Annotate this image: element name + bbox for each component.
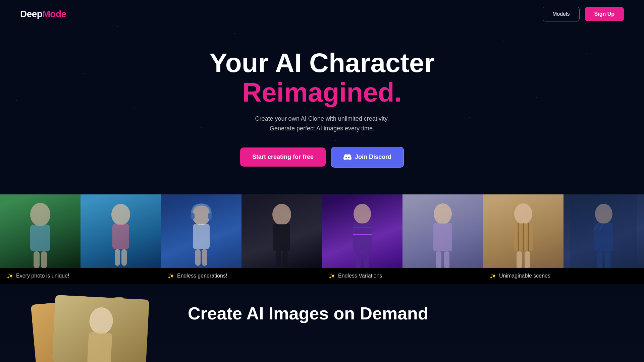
nav-right: Models Sign Up [543, 7, 624, 21]
gallery-label-text-1: Every photo is unique! [16, 273, 69, 279]
svg-rect-17 [282, 251, 288, 267]
svg-rect-41 [605, 251, 610, 268]
gallery-images-1 [0, 194, 161, 268]
gallery-image-headphones-girl [161, 194, 241, 268]
bottom-card-2-svg [52, 295, 149, 362]
svg-rect-25 [433, 223, 452, 251]
gallery-images-4 [483, 194, 644, 268]
svg-rect-40 [597, 251, 602, 268]
gallery-label-4: ✨ Unimaginable scenes [483, 268, 644, 284]
gallery-image-blue-suit [564, 194, 644, 268]
hero-cta-group: Start creating for free Join Discord [7, 147, 637, 168]
black-suit-girl-svg [241, 194, 322, 268]
svg-rect-9 [191, 213, 195, 220]
svg-rect-5 [112, 224, 129, 249]
discord-label: Join Discord [355, 154, 391, 161]
discord-icon [343, 153, 352, 161]
bottom-section: Create AI Images on Demand [0, 284, 644, 362]
bottom-image-cards [27, 297, 161, 362]
svg-rect-16 [276, 251, 281, 267]
logo-mode: Mode [42, 9, 66, 19]
sparkle-icon-4: ✨ [490, 273, 496, 279]
logo-deep: Deep [20, 9, 42, 19]
hero-section: Your AI Character Reimagined. Create you… [0, 28, 644, 194]
sparkle-icon-2: ✨ [168, 273, 174, 279]
bottom-card-2 [52, 295, 149, 362]
svg-rect-23 [364, 251, 369, 268]
bottom-title: Create AI Images on Demand [188, 304, 617, 323]
pool-girl-svg [0, 194, 80, 268]
svg-rect-2 [34, 251, 40, 268]
striped-jacket-svg [483, 194, 564, 268]
svg-rect-37 [594, 223, 613, 251]
bottom-text-block: Create AI Images on Demand [188, 297, 617, 323]
svg-rect-3 [41, 251, 47, 268]
sparkle-icon-1: ✨ [7, 273, 13, 279]
svg-rect-22 [356, 251, 361, 268]
hero-title-line2: Reimagined. [7, 78, 637, 107]
svg-rect-10 [208, 213, 212, 220]
headphones-girl-svg [161, 194, 241, 268]
svg-point-0 [30, 203, 50, 226]
svg-rect-11 [193, 224, 210, 249]
navbar: DeepMode Models Sign Up [0, 0, 644, 28]
hero-subtitle: Create your own AI Clone with unlimited … [7, 114, 637, 133]
gallery-image-purple-outfit [402, 194, 483, 268]
blue-suit-svg [564, 194, 644, 268]
svg-point-24 [434, 203, 452, 224]
hero-subtitle-line1: Create your own AI Clone with unlimited … [255, 115, 389, 122]
hero-subtitle-line2: Generate perfect AI images every time. [270, 125, 374, 132]
gallery-image-cyberpunk-girl [322, 194, 402, 268]
svg-point-18 [354, 204, 371, 224]
models-button[interactable]: Models [543, 7, 580, 21]
svg-rect-6 [115, 249, 120, 266]
svg-rect-19 [353, 223, 372, 251]
gallery-images-3 [322, 194, 483, 268]
signup-button[interactable]: Sign Up [585, 7, 624, 21]
svg-rect-26 [436, 251, 441, 268]
svg-rect-13 [202, 249, 207, 266]
gallery-image-black-suit-girl [241, 194, 322, 268]
svg-rect-33 [517, 251, 522, 268]
svg-rect-12 [195, 249, 201, 266]
selfie-girl-svg [80, 194, 161, 268]
hero-title-line1: Your AI Character [7, 48, 637, 78]
sparkle-icon-3: ✨ [329, 273, 335, 279]
svg-rect-47 [87, 332, 112, 362]
hero-heading: Your AI Character Reimagined. [7, 48, 637, 107]
gallery-section: ✨ Every photo is unique! [0, 194, 644, 284]
gallery-image-pool-girl [0, 194, 80, 268]
purple-outfit-svg [402, 194, 483, 268]
gallery-group-1: ✨ Every photo is unique! [0, 194, 161, 284]
gallery-label-text-2: Endless generations! [177, 273, 227, 279]
gallery-label-1: ✨ Every photo is unique! [0, 268, 161, 284]
start-creating-button[interactable]: Start creating for free [240, 147, 326, 167]
svg-rect-27 [444, 251, 449, 268]
svg-rect-34 [525, 251, 530, 268]
svg-point-14 [272, 204, 291, 225]
gallery-label-text-3: Endless Variations [338, 273, 382, 279]
gallery-group-2: ✨ Endless generations! [161, 194, 322, 284]
brand-logo[interactable]: DeepMode [20, 9, 66, 19]
join-discord-button[interactable]: Join Discord [331, 147, 404, 168]
svg-rect-1 [30, 225, 50, 251]
svg-point-28 [514, 203, 532, 224]
gallery-group-3: ✨ Endless Variations [322, 194, 483, 284]
gallery-label-3: ✨ Endless Variations [322, 268, 483, 284]
gallery-group-4: ✨ Unimaginable scenes [483, 194, 644, 284]
svg-point-4 [111, 204, 130, 225]
gallery-image-selfie-girl [80, 194, 161, 268]
gallery-image-striped-jacket [483, 194, 564, 268]
cyberpunk-girl-svg [322, 194, 402, 268]
svg-rect-15 [273, 224, 290, 251]
gallery-label-2: ✨ Endless generations! [161, 268, 322, 284]
gallery-images-2 [161, 194, 322, 268]
gallery-label-text-4: Unimaginable scenes [499, 273, 550, 279]
svg-rect-7 [121, 249, 127, 266]
gallery-strip: ✨ Every photo is unique! [0, 194, 644, 284]
